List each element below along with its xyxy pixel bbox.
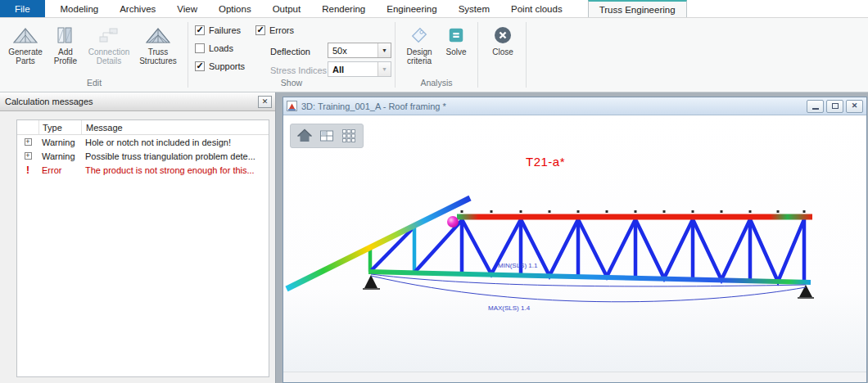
menu-bar: File Modeling Archives View Options Outp…: [0, 0, 868, 18]
table-row[interactable]: + Warning Possible truss triangulation p…: [17, 149, 269, 163]
tab-system[interactable]: System: [448, 0, 500, 17]
application-window: File Modeling Archives View Options Outp…: [0, 0, 868, 383]
generate-parts-button[interactable]: Generate Parts: [5, 26, 46, 65]
message-text: The product is not strong enough for thi…: [81, 165, 269, 175]
group-separator: [477, 22, 478, 88]
tab-engineering[interactable]: Engineering: [376, 0, 447, 17]
window-controls: ✕: [807, 100, 863, 113]
tab-rendering[interactable]: Rendering: [311, 0, 376, 17]
viewport-title: 3D: Training_001_A - Roof framing *: [301, 101, 446, 111]
minimize-icon: [812, 108, 819, 110]
solve-icon: [447, 26, 465, 44]
errors-checkbox[interactable]: [255, 25, 265, 35]
tag-icon: [410, 26, 428, 44]
tab-output[interactable]: Output: [262, 0, 312, 17]
panel-header[interactable]: Calculation messages ✕: [0, 92, 275, 111]
deflection-label: Deflection: [270, 47, 310, 56]
supports-checkbox-row[interactable]: Supports: [195, 61, 245, 71]
ribbon: Generate Parts Add Profile Connection De…: [0, 18, 868, 92]
failures-checkbox[interactable]: [195, 25, 205, 35]
errors-checkbox-row[interactable]: Errors: [255, 25, 294, 35]
tab-view[interactable]: View: [166, 0, 208, 17]
loads-checkbox-row[interactable]: Loads: [195, 43, 233, 53]
maximize-button[interactable]: [826, 100, 843, 113]
horizontal-scrollbar[interactable]: [283, 372, 866, 382]
group-label-edit: Edit: [3, 78, 185, 88]
3d-canvas[interactable]: T21-a* MIN(SLS) 1.1 MAX(SLS) 1.4: [283, 115, 866, 382]
panel-title: Calculation messages: [5, 97, 93, 106]
message-text: Possible truss triangulation problem det…: [81, 151, 269, 161]
design-criteria-button[interactable]: Design criteria: [400, 26, 439, 65]
truss-label: T21-a*: [526, 155, 565, 169]
connection-details-label: Connection Details: [88, 47, 130, 65]
loads-checkbox[interactable]: [195, 43, 205, 53]
window-close-button[interactable]: ✕: [846, 100, 863, 113]
truss-structures-label: Truss Structures: [139, 47, 177, 65]
table-row[interactable]: + Warning Hole or notch not included in …: [17, 135, 269, 149]
group-label-show: Show: [190, 78, 393, 88]
expander-column-header: [17, 120, 38, 134]
add-profile-label: Add Profile: [54, 47, 77, 65]
design-criteria-label: Design criteria: [406, 47, 432, 65]
dropdown-arrow-icon[interactable]: ▼: [377, 62, 391, 76]
profile-icon: [55, 26, 76, 44]
connection-icon: [97, 26, 120, 44]
messages-table-header: Type Message: [17, 120, 269, 135]
tab-archives[interactable]: Archives: [109, 0, 166, 17]
table-row[interactable]: ! Error The product is not strong enough…: [17, 163, 269, 177]
stress-indices-value: All: [328, 62, 377, 76]
tab-file[interactable]: File: [0, 0, 45, 17]
connection-details-button[interactable]: Connection Details: [85, 26, 133, 65]
tab-options[interactable]: Options: [208, 0, 262, 17]
failures-checkbox-row[interactable]: Failures: [195, 25, 241, 35]
group-separator: [526, 22, 527, 88]
viewport-titlebar[interactable]: 3D: Training_001_A - Roof framing * ✕: [283, 97, 866, 115]
deflection-value: 50x: [328, 43, 377, 57]
failures-label: Failures: [209, 25, 241, 35]
expand-icon[interactable]: +: [25, 138, 32, 146]
truss-model-render: T21-a* MIN(SLS) 1.1 MAX(SLS) 1.4: [283, 115, 866, 373]
tab-truss-engineering[interactable]: Truss Engineering: [588, 0, 687, 17]
stress-indices-label: Stress Indices: [270, 65, 327, 75]
min-deflection-label: MIN(SLS) 1.1: [498, 262, 538, 269]
type-column-header[interactable]: Type: [38, 120, 81, 134]
deflection-dropdown[interactable]: 50x ▼: [328, 43, 391, 58]
message-type: Warning: [38, 137, 81, 147]
loads-label: Loads: [209, 43, 233, 53]
generate-parts-label: Generate Parts: [8, 47, 43, 65]
dropdown-arrow-icon[interactable]: ▼: [377, 43, 391, 57]
truss-structures-button[interactable]: Truss Structures: [134, 26, 182, 65]
solve-button[interactable]: Solve: [441, 26, 471, 56]
handle-ball: [447, 216, 459, 228]
messages-list: Type Message + Warning Hole or notch not…: [16, 119, 269, 377]
supports-checkbox[interactable]: [195, 61, 205, 71]
maximize-icon: [832, 103, 839, 109]
truss-icon: [13, 26, 38, 44]
close-button[interactable]: Close: [485, 26, 521, 56]
view-icon: [287, 101, 297, 111]
close-icon: [494, 26, 512, 44]
max-deflection-label: MAX(SLS) 1.4: [488, 304, 531, 312]
supports-label: Supports: [209, 61, 245, 71]
message-column-header[interactable]: Message: [81, 120, 269, 134]
truss-icon: [146, 26, 170, 44]
group-separator: [395, 22, 396, 88]
3d-viewport-window: 3D: Training_001_A - Roof framing * ✕: [283, 97, 867, 383]
solve-label: Solve: [445, 47, 466, 56]
group-label-analysis: Analysis: [398, 78, 475, 88]
message-type: Warning: [38, 151, 81, 161]
tab-point-clouds[interactable]: Point clouds: [500, 0, 573, 17]
message-type: Error: [38, 165, 81, 175]
panel-close-button[interactable]: ✕: [258, 96, 272, 108]
window-close-icon: ✕: [852, 102, 858, 110]
errors-label: Errors: [269, 25, 294, 35]
group-separator: [188, 22, 188, 88]
error-icon: !: [26, 164, 29, 176]
stress-indices-dropdown[interactable]: All ▼: [328, 61, 391, 77]
close-label: Close: [492, 47, 513, 56]
calculation-messages-panel: Calculation messages ✕ Type Message + Wa…: [0, 92, 276, 383]
tab-modeling[interactable]: Modeling: [50, 0, 110, 17]
add-profile-button[interactable]: Add Profile: [47, 26, 84, 65]
expand-icon[interactable]: +: [25, 152, 32, 160]
minimize-button[interactable]: [807, 100, 824, 113]
